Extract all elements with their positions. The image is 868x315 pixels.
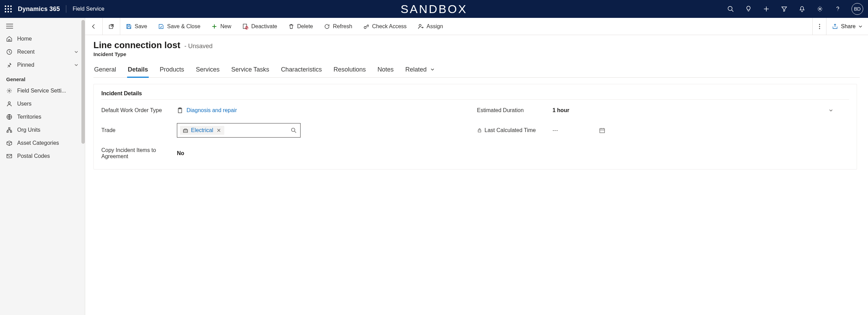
- share-icon: [832, 23, 838, 30]
- filter-icon[interactable]: [780, 5, 788, 13]
- sidebar-item-label: Home: [17, 36, 32, 42]
- field-copy-incident-items[interactable]: No: [177, 150, 450, 156]
- share-button[interactable]: Share: [826, 18, 868, 35]
- sidebar-item-label: Field Service Setti...: [17, 88, 66, 94]
- clear-lookup-button[interactable]: [216, 128, 222, 132]
- sidebar-item-label: Asset Categories: [17, 140, 59, 146]
- clock-icon: [6, 49, 12, 55]
- chevron-down-icon[interactable]: [828, 108, 849, 113]
- bell-icon[interactable]: [798, 5, 806, 13]
- plus-icon: [211, 23, 217, 30]
- sidebar-item-users[interactable]: Users: [0, 97, 85, 110]
- tab-resolutions[interactable]: Resolutions: [333, 63, 367, 77]
- svg-rect-23: [243, 24, 247, 29]
- tab-general[interactable]: General: [93, 63, 117, 77]
- svg-point-6: [837, 10, 838, 11]
- person-icon: [6, 101, 12, 107]
- box-icon: [6, 140, 12, 146]
- command-overflow-button[interactable]: [812, 18, 826, 35]
- calendar-icon[interactable]: [599, 127, 605, 133]
- app-launcher-icon[interactable]: [5, 6, 12, 12]
- sidebar-item-field-service-settings[interactable]: Field Service Setti...: [0, 84, 85, 97]
- sidebar-item-recent[interactable]: Recent: [0, 45, 85, 58]
- record-state-suffix: - Unsaved: [184, 43, 213, 50]
- back-button[interactable]: [85, 18, 102, 35]
- key-icon: [363, 23, 369, 30]
- form-tabs: General Details Products Services Servic…: [93, 63, 860, 78]
- cmd-label: Check Access: [372, 23, 406, 30]
- svg-rect-39: [600, 129, 605, 133]
- search-icon[interactable]: [726, 5, 735, 13]
- sidebar: Home Recent Pinned General Field Service…: [0, 18, 85, 315]
- cmd-label: Refresh: [333, 23, 352, 30]
- delete-button[interactable]: Delete: [283, 18, 318, 35]
- svg-line-37: [295, 131, 296, 133]
- app-name-label[interactable]: Field Service: [72, 6, 104, 12]
- clipboard-icon: [177, 107, 183, 113]
- tab-service-tasks[interactable]: Service Tasks: [230, 63, 270, 77]
- avatar[interactable]: BD: [852, 3, 863, 15]
- cmd-label: Delete: [297, 23, 313, 30]
- save-button[interactable]: Save: [120, 18, 153, 35]
- tab-services[interactable]: Services: [195, 63, 220, 77]
- lookup-value: Diagnosis and repair: [187, 107, 237, 113]
- record-header: Line connection lost - Unsaved Incident …: [85, 35, 868, 170]
- tab-characteristics[interactable]: Characteristics: [280, 63, 323, 77]
- tab-related[interactable]: Related: [405, 63, 435, 77]
- save-close-icon: [158, 23, 164, 30]
- command-bar: Save Save & Close New Deactivate Delete: [85, 18, 868, 35]
- cmd-label: Share: [841, 23, 856, 30]
- mail-icon: [6, 153, 12, 159]
- plus-icon[interactable]: [762, 5, 770, 13]
- gear-icon[interactable]: [816, 5, 824, 13]
- deactivate-icon: [242, 23, 248, 30]
- sidebar-item-postal-codes[interactable]: Postal Codes: [0, 150, 85, 163]
- refresh-button[interactable]: Refresh: [318, 18, 358, 35]
- sidebar-item-label: Org Units: [17, 127, 41, 133]
- header-left: Dynamics 365 Field Service: [5, 5, 104, 13]
- tab-label: Related: [405, 66, 427, 73]
- svg-point-28: [819, 24, 820, 25]
- main-content: Save Save & Close New Deactivate Delete: [85, 18, 868, 315]
- label-estimated-duration: Estimated Duration: [477, 107, 549, 113]
- open-in-new-window-button[interactable]: [103, 18, 120, 35]
- label-last-calculated-time: Last Calculated Time: [477, 127, 549, 133]
- svg-rect-17: [7, 154, 12, 158]
- chevron-down-icon: [74, 50, 79, 54]
- sidebar-item-label: Recent: [17, 49, 35, 55]
- cmd-label: New: [220, 23, 231, 30]
- sidebar-toggle[interactable]: [0, 20, 85, 32]
- tab-notes[interactable]: Notes: [377, 63, 394, 77]
- sidebar-item-territories[interactable]: Territories: [0, 110, 85, 123]
- svg-point-5: [819, 8, 821, 10]
- svg-line-1: [732, 10, 733, 12]
- lookup-selected-pill[interactable]: Electrical: [180, 126, 224, 135]
- sidebar-item-org-units[interactable]: Org Units: [0, 123, 85, 137]
- sidebar-item-asset-categories[interactable]: Asset Categories: [0, 137, 85, 150]
- sidebar-item-pinned[interactable]: Pinned: [0, 58, 85, 72]
- brand-label: Dynamics 365: [18, 6, 60, 13]
- check-access-button[interactable]: Check Access: [358, 18, 412, 35]
- save-and-close-button[interactable]: Save & Close: [153, 18, 206, 35]
- global-header: Dynamics 365 Field Service SANDBOX BD: [0, 0, 868, 18]
- field-estimated-duration[interactable]: 1 hour: [553, 107, 825, 113]
- svg-point-27: [419, 24, 421, 26]
- new-button[interactable]: New: [206, 18, 237, 35]
- svg-rect-19: [127, 24, 129, 26]
- search-icon[interactable]: [291, 127, 297, 133]
- sidebar-item-home[interactable]: Home: [0, 32, 85, 45]
- trash-icon: [288, 23, 294, 30]
- tab-products[interactable]: Products: [159, 63, 185, 77]
- assign-button[interactable]: Assign: [412, 18, 449, 35]
- sidebar-scrollbar[interactable]: [81, 20, 85, 144]
- lightbulb-icon[interactable]: [744, 5, 753, 13]
- tab-details[interactable]: Details: [127, 63, 149, 77]
- cmd-label: Save: [135, 23, 147, 30]
- help-icon[interactable]: [834, 5, 842, 13]
- field-default-work-order-type[interactable]: Diagnosis and repair: [177, 107, 450, 113]
- pin-icon: [6, 62, 12, 68]
- deactivate-button[interactable]: Deactivate: [237, 18, 283, 35]
- field-trade-lookup[interactable]: Electrical: [177, 123, 301, 138]
- svg-point-36: [292, 128, 295, 132]
- home-icon: [6, 36, 12, 42]
